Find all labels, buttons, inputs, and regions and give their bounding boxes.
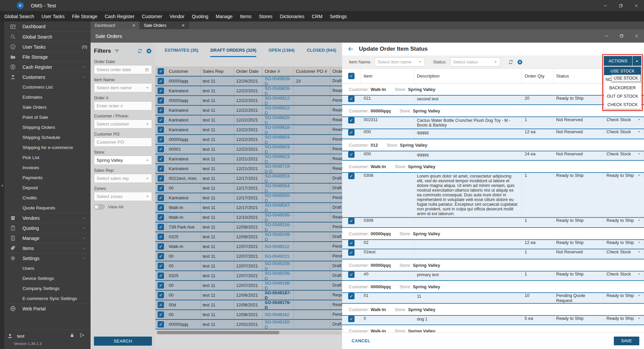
sidebar-item-estimates[interactable]: Estimates [4,92,91,102]
row-checkbox[interactable]: ✓ [158,234,164,240]
orders-tab-open-1384-[interactable]: OPEN (1384) [268,43,294,58]
dialog-row-checkbox[interactable]: ✓ [348,240,355,246]
column-header-customer[interactable]: Customer [167,66,201,76]
sidebar-item-dashboard[interactable]: Dashboard [4,21,91,32]
dialog-item-row[interactable]: ✓011110Pending Quote RequestReady to Shi… [342,292,644,304]
select-all-checkbox[interactable]: ✓ [158,68,164,74]
actions-button[interactable]: ACTIONS [604,56,632,66]
menu-item-manage[interactable]: Manage [212,11,236,21]
row-checkbox[interactable]: ✓ [158,243,164,250]
row-checkbox[interactable]: ✓ [158,292,164,298]
dropdown-item-backorder[interactable]: BACKORDER [604,84,641,92]
order-link[interactable]: SO-0049550-D [265,193,291,202]
sidebar-item-shipping-schedule[interactable]: Shipping Schedule [4,132,91,142]
filter-field-input[interactable]: Select customer [94,119,152,129]
sidebar-item-shipping-for-e-commerce[interactable]: Shipping for e-commerce [4,142,91,152]
row-checkbox[interactable]: ✓ [158,156,164,162]
column-header-order-date[interactable]: Order Date [234,66,263,76]
menu-item-crm[interactable]: CRM [308,11,326,21]
dialog-item-row[interactable]: ✓021second test20Ready to Ship [342,95,644,105]
dialog-minimize-button[interactable] [599,29,614,43]
tab-close-icon[interactable]: ✕ [180,23,186,28]
search-button[interactable]: SEARCH [94,337,152,346]
sidebar-item-sale-orders[interactable]: Sale Orders [4,102,91,112]
order-link[interactable]: SO-0049839-D [265,77,291,86]
dialog-column-header-status[interactable]: Status [553,69,604,83]
order-link[interactable]: SO-0049198-D [265,281,291,290]
dropdown-item-out-of-stock[interactable]: OUT OF STOCK [604,92,641,100]
row-checkbox[interactable]: ✓ [158,253,164,259]
order-link[interactable]: SO-0049176-D [265,300,291,309]
clear-filters-icon[interactable] [146,48,152,54]
row-checkbox[interactable]: ✓ [158,136,164,143]
order-link[interactable]: SO-0049826-D [265,86,291,95]
close-button[interactable] [629,0,644,11]
order-link[interactable]: SO-0049208-D [265,261,291,270]
order-link[interactable]: SO-0049162 [265,312,289,317]
sidebar-item-invoices[interactable]: Invoices [4,162,91,172]
order-link[interactable]: SO-0049150-D [265,320,291,329]
dialog-row-checkbox[interactable]: ✓ [348,117,355,123]
sidebar-item-point-of-sale[interactable]: Point of Sale [4,112,91,122]
menu-item-vendor[interactable]: Vendor [166,11,188,21]
dialog-item-row[interactable]: ✓#0primary test1Ready to ShipCheck Stock [342,271,644,281]
cell-new-status-dropdown[interactable]: Check Stock [604,129,644,134]
sidebar-item-items[interactable]: Items [4,243,91,253]
dropdown-item-check-stock[interactable]: CHECK STOCK [604,100,641,109]
sidebar-item-pick-list[interactable]: Pick List [4,152,91,162]
orders-tab-closed-944-[interactable]: CLOSED (944) [307,43,336,58]
sidebar-item-vendors[interactable]: Vendors [4,213,91,223]
item-name-select[interactable]: Select item name [375,57,425,66]
order-link[interactable]: SO-0049095-D [265,213,291,222]
sidebar-item-quote-requests[interactable]: Quote Requests [4,203,91,213]
row-checkbox[interactable]: ✓ [158,321,164,328]
menu-item-stores[interactable]: Stores [255,11,276,21]
sidebar-item-device-settings[interactable]: Device Settings [4,273,91,283]
row-checkbox[interactable]: ✓ [158,78,164,84]
logout-icon[interactable] [79,333,85,339]
menu-item-user-tasks[interactable]: User Tasks [38,11,68,21]
sidebar-item-file-storage[interactable]: File Storage [4,52,91,62]
sidebar-item-credits[interactable]: Credits [4,193,91,203]
menu-item-quoting[interactable]: Quoting [188,11,212,21]
row-checkbox[interactable]: ✓ [158,214,164,220]
row-checkbox[interactable]: ✓ [158,302,164,308]
cell-new-status-dropdown[interactable]: Ready to Ship [604,293,644,298]
orders-tab-draft-orders-329-[interactable]: DRAFT ORDERS (329) [210,43,256,58]
dialog-item-row[interactable]: ✓000qqqqq24 eaNot ReservedCheck Stock [342,151,644,161]
dialog-row-checkbox[interactable]: ✓ [348,316,355,322]
order-link[interactable]: SO-0049822-D [265,106,291,115]
horizontal-scrollbar[interactable] [156,331,342,335]
sidebar-item-web-portal[interactable]: Web Portal [4,303,91,313]
dialog-item-row[interactable]: ✓01test1Not ReservedCheck Stock [342,249,644,259]
back-arrow-icon[interactable] [347,46,354,52]
order-link[interactable]: SO-0049222 [265,244,289,249]
row-checkbox[interactable]: ✓ [158,97,164,104]
cell-new-status-dropdown[interactable]: Check Stock [604,249,644,254]
row-checkbox[interactable]: ✓ [158,224,164,230]
order-link[interactable]: SO-0049719-D-D [265,164,291,173]
row-checkbox[interactable]: ✓ [158,117,164,123]
row-checkbox[interactable]: ✓ [158,195,164,201]
sidebar-item-users[interactable]: Users [4,263,91,273]
menu-item-cash-register[interactable]: Cash Register [101,11,138,21]
row-checkbox[interactable]: ✓ [158,107,164,113]
cell-new-status-dropdown[interactable]: Check Stock [604,271,644,277]
tab-sale-orders[interactable]: Sale Orders✕ [140,21,189,29]
row-checkbox[interactable]: ✓ [158,146,164,152]
actions-caret-up-icon[interactable] [633,56,641,66]
minimize-button[interactable] [598,0,613,11]
dialog-refresh-icon[interactable] [508,59,514,65]
sidebar-item-cash-register[interactable]: Cash Register [4,62,91,72]
cell-new-status-dropdown[interactable]: Ready to Ship [604,240,644,245]
tab-close-icon[interactable]: ✕ [131,23,137,28]
column-header-order-[interactable]: Order # [263,66,294,76]
refresh-icon[interactable] [137,48,143,54]
filter-field-input[interactable]: Select zones [94,192,152,201]
order-link[interactable]: SO-0049554-D [265,184,291,193]
dialog-clear-filters-icon[interactable] [517,59,523,65]
filter-field-input[interactable]: Customer PO [94,138,152,147]
menu-item-global-search[interactable]: Global Search [1,11,38,21]
row-checkbox[interactable]: ✓ [158,185,164,191]
sidebar-collapse-icon[interactable] [0,183,4,189]
